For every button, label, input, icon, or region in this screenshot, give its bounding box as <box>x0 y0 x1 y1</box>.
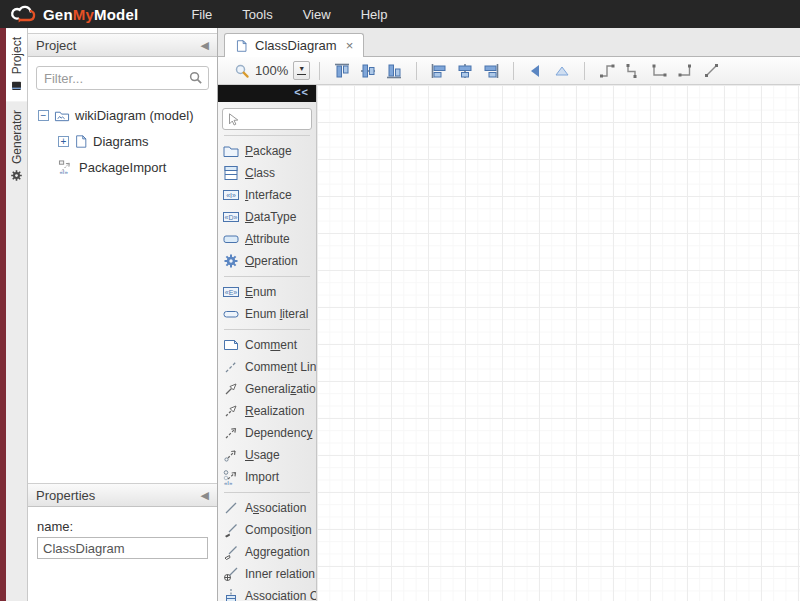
route-step-down-button[interactable] <box>620 60 646 82</box>
diagram-page-icon <box>235 39 248 53</box>
zoom-magnifier-icon <box>234 63 250 79</box>
flip-vertical-button[interactable] <box>549 60 575 82</box>
zoom-dropdown-button[interactable]: ▼ <box>293 61 310 80</box>
menu-help[interactable]: Help <box>346 2 403 27</box>
flip-vertical-icon <box>553 62 571 80</box>
palette-item-association[interactable]: Association <box>218 497 316 519</box>
palette-item-comment-link[interactable]: Comment Link <box>218 356 316 378</box>
zoom-level-value[interactable]: 100% <box>255 63 288 78</box>
usage-icon <box>223 447 239 463</box>
palette-item-aggregation[interactable]: Aggregation <box>218 541 316 563</box>
package-icon <box>223 143 239 159</box>
svg-text:«I»: «I» <box>226 192 236 199</box>
model-folder-icon <box>54 108 70 123</box>
class-icon <box>223 165 239 181</box>
collapse-panel-icon[interactable]: ◀ <box>201 39 209 52</box>
flip-horizontal-icon <box>527 62 545 80</box>
diagram-page-icon <box>74 134 88 149</box>
generalization-icon <box>223 381 239 397</box>
tree-item-model[interactable]: − wikiDiagram (model) <box>38 102 217 128</box>
route-oblique-button[interactable] <box>698 60 724 82</box>
palette-item-package[interactable]: Package <box>218 140 316 162</box>
palette-separator <box>224 135 310 136</box>
route-step-down-icon <box>625 62 642 79</box>
palette-collapse-button[interactable]: << <box>218 85 316 102</box>
route-step-up-button[interactable] <box>594 60 620 82</box>
tree-item-diagrams[interactable]: + Diagrams <box>38 128 217 154</box>
palette-item-attribute[interactable]: Attribute <box>218 228 316 250</box>
properties-section: Properties ◀ name: <box>28 483 217 601</box>
expand-expander-icon[interactable]: + <box>58 136 69 147</box>
gear-icon <box>10 169 23 182</box>
operation-gear-icon <box>223 253 239 269</box>
side-tab-project[interactable]: Project <box>6 28 27 101</box>
palette-item-composition[interactable]: Composition <box>218 519 316 541</box>
palette-item-usage[interactable]: Usage <box>218 444 316 466</box>
collapse-expander-icon[interactable]: − <box>38 110 49 121</box>
collapse-chevrons-icon: << <box>294 86 309 98</box>
flip-horizontal-button[interactable] <box>523 60 549 82</box>
comment-link-icon <box>223 359 239 375</box>
align-top-button[interactable] <box>329 60 355 82</box>
align-right-button[interactable] <box>478 60 504 82</box>
svg-text:«E»: «E» <box>225 289 238 296</box>
align-center-button[interactable] <box>452 60 478 82</box>
side-tab-strip: Project Generator <box>6 28 28 601</box>
palette-item-comment[interactable]: Comment <box>218 334 316 356</box>
route-corner-left-button[interactable] <box>646 60 672 82</box>
name-field[interactable] <box>37 537 208 559</box>
palette-item-enum-literal[interactable]: Enum literal <box>218 303 316 325</box>
menu-view[interactable]: View <box>288 2 346 27</box>
menu-file[interactable]: File <box>176 2 227 27</box>
side-tab-generator[interactable]: Generator <box>6 101 27 191</box>
tab-label: ClassDiagram <box>255 38 337 53</box>
dependency-icon <box>223 425 239 441</box>
palette-item-dependency[interactable]: Dependency <box>218 422 316 444</box>
selection-tool[interactable] <box>222 108 312 130</box>
collapse-panel-icon[interactable]: ◀ <box>201 489 209 502</box>
route-corner-right-button[interactable] <box>672 60 698 82</box>
aggregation-icon <box>223 544 239 560</box>
palette-item-datatype[interactable]: «D» DataType <box>218 206 316 228</box>
route-corner-left-icon <box>651 62 668 79</box>
tree-item-package-import[interactable]: «I» PackageImport <box>38 154 217 180</box>
filter-input[interactable] <box>36 66 209 90</box>
menu-tools[interactable]: Tools <box>227 2 287 27</box>
chevron-down-icon: ▼ <box>298 66 305 72</box>
side-tab-label: Generator <box>10 110 24 164</box>
palette-item-interface[interactable]: «I» Interface <box>218 184 316 206</box>
package-import-icon: «I» <box>58 160 74 175</box>
palette-item-generalization[interactable]: Generalization <box>218 378 316 400</box>
align-middle-button[interactable] <box>355 60 381 82</box>
align-bottom-button[interactable] <box>381 60 407 82</box>
notebook-icon <box>10 79 23 92</box>
align-right-icon <box>482 62 500 80</box>
left-panel: Project ◀ − <box>28 28 218 601</box>
project-panel-header: Project ◀ <box>28 33 217 57</box>
diagram-canvas[interactable] <box>317 85 800 601</box>
palette-item-class[interactable]: Class <box>218 162 316 184</box>
palette-item-operation[interactable]: Operation <box>218 250 316 272</box>
palette-item-association-class[interactable]: Association Cl... <box>218 585 316 601</box>
palette-item-import[interactable]: «I» Import <box>218 466 316 488</box>
tree-item-label: wikiDiagram (model) <box>75 108 193 123</box>
palette-item-realization[interactable]: Realization <box>218 400 316 422</box>
association-class-icon <box>223 588 239 601</box>
project-panel-title: Project <box>36 38 76 53</box>
tree-item-label: Diagrams <box>93 134 149 149</box>
toolbar-separator <box>416 62 417 80</box>
align-left-button[interactable] <box>426 60 452 82</box>
editor-toolbar: 100% ▼ <box>218 57 800 85</box>
app-window: GenMyModel File Tools View Help Project <box>0 0 800 601</box>
align-middle-icon <box>359 62 377 80</box>
cloud-logo-icon <box>10 4 37 25</box>
tab-classdiagram[interactable]: ClassDiagram × <box>224 33 364 57</box>
close-tab-icon[interactable]: × <box>344 38 354 53</box>
palette-item-enum[interactable]: «E» Enum <box>218 281 316 303</box>
cursor-pointer-icon <box>226 112 240 127</box>
align-center-icon <box>456 62 474 80</box>
association-icon <box>223 500 239 516</box>
route-step-up-icon <box>599 62 616 79</box>
palette-item-inner-relation[interactable]: Inner relation <box>218 563 316 585</box>
properties-panel-title: Properties <box>36 488 95 503</box>
